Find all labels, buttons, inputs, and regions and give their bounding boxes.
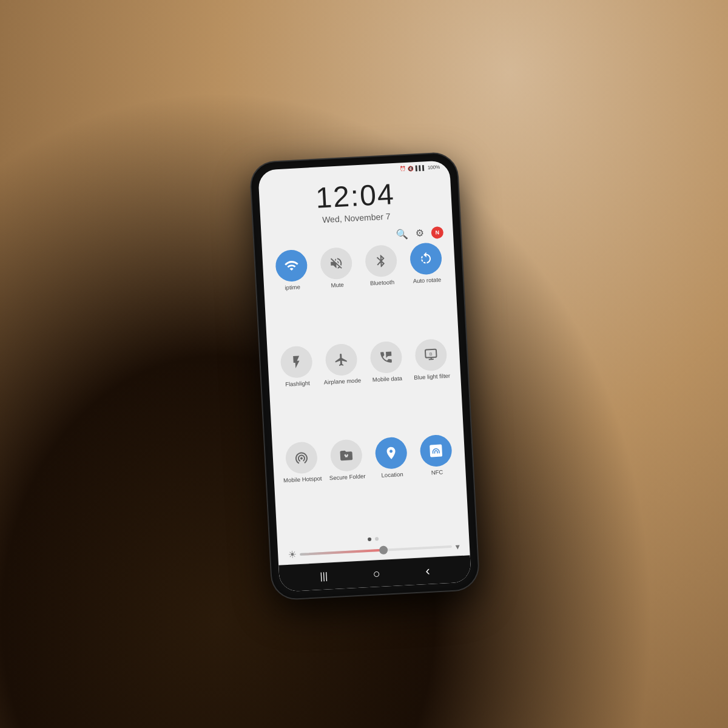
svg-text:B: B bbox=[430, 352, 433, 356]
tile-bluetooth[interactable]: Bluetooth bbox=[360, 244, 405, 338]
back-icon[interactable]: ‹ bbox=[425, 563, 431, 579]
tile-hotspot[interactable]: Mobile Hotspot bbox=[281, 441, 326, 534]
tile-airplane[interactable]: Airplane mode bbox=[320, 343, 365, 436]
hotspot-icon-circle bbox=[285, 442, 318, 475]
autorotate-label: Auto rotate bbox=[413, 276, 441, 285]
nfc-icon bbox=[428, 443, 443, 459]
tile-location[interactable]: Location bbox=[370, 436, 415, 530]
bluetooth-label: Bluetooth bbox=[370, 278, 395, 286]
phone-screen: ⏰ 🔇 ▌▌▌ 100% 12:04 Wed, November 7 🔍 ⚙ bbox=[258, 160, 471, 592]
wifi-icon bbox=[284, 258, 299, 273]
mobiledata-icon-circle bbox=[369, 340, 403, 374]
bluelight-icon-circle: B bbox=[414, 339, 448, 372]
settings-icon[interactable]: ⚙ bbox=[415, 228, 424, 240]
brightness-track[interactable] bbox=[300, 545, 452, 555]
tile-flashlight[interactable]: Flashlight bbox=[275, 345, 320, 439]
location-label: Location bbox=[381, 471, 403, 479]
nfc-icon-circle bbox=[419, 434, 453, 468]
alarm-icon: ⏰ bbox=[400, 166, 406, 172]
notification-badge: N bbox=[431, 226, 443, 239]
location-icon bbox=[383, 446, 399, 461]
nfc-label: NFC bbox=[431, 469, 443, 476]
tile-mute[interactable]: Mute bbox=[315, 246, 360, 340]
bluetooth-icon bbox=[374, 254, 389, 269]
securefolder-icon-circle bbox=[330, 439, 363, 473]
mute-icon bbox=[329, 256, 344, 271]
signal-icon: ▌▌▌ bbox=[416, 165, 426, 171]
autorotate-icon-circle bbox=[410, 242, 443, 275]
notification-button[interactable]: N bbox=[431, 226, 443, 239]
battery-text: 100% bbox=[428, 164, 440, 170]
mobiledata-icon bbox=[379, 349, 394, 365]
flashlight-label: Flashlight bbox=[285, 379, 310, 388]
tile-autorotate[interactable]: Auto rotate bbox=[405, 242, 450, 335]
flashlight-icon bbox=[289, 354, 304, 369]
location-icon-circle bbox=[374, 437, 408, 470]
page-dot-2 bbox=[375, 537, 379, 541]
brightness-icon: ☀ bbox=[288, 548, 297, 561]
mute-icon-circle bbox=[320, 247, 353, 280]
autorotate-icon bbox=[418, 251, 433, 266]
hotspot-label: Mobile Hotspot bbox=[283, 475, 322, 484]
page-dot-1 bbox=[368, 538, 371, 541]
wifi-icon-circle bbox=[275, 249, 308, 283]
bluelight-label: Blue light filter bbox=[414, 372, 450, 380]
clock-area: 12:04 Wed, November 7 bbox=[258, 170, 453, 232]
securefolder-label: Secure Folder bbox=[329, 473, 366, 481]
tile-bluelightfilter[interactable]: B Blue light filter bbox=[410, 338, 455, 431]
tile-mobiledata[interactable]: Mobile data bbox=[365, 340, 410, 434]
recent-apps-icon[interactable]: ||| bbox=[320, 571, 328, 582]
mute-status-icon: 🔇 bbox=[408, 166, 414, 172]
wifi-label: iptime bbox=[285, 283, 300, 291]
airplane-label: Airplane mode bbox=[324, 377, 362, 386]
tile-wifi[interactable]: iptime bbox=[271, 249, 315, 342]
tile-nfc[interactable]: NFC bbox=[415, 434, 460, 528]
brightness-fill bbox=[300, 548, 383, 555]
home-icon[interactable]: ○ bbox=[372, 567, 380, 581]
securefolder-icon bbox=[339, 448, 354, 463]
expand-icon[interactable]: ▾ bbox=[455, 541, 460, 551]
hotspot-icon bbox=[294, 450, 309, 465]
mute-label: Mute bbox=[331, 281, 344, 289]
phone-wrapper: ⏰ 🔇 ▌▌▌ 100% 12:04 Wed, November 7 🔍 ⚙ bbox=[250, 153, 479, 600]
bluetooth-icon-circle bbox=[365, 244, 398, 278]
qs-grid: iptime Mute bbox=[262, 241, 468, 540]
airplane-icon bbox=[334, 352, 349, 367]
tile-securefolder[interactable]: Secure Folder bbox=[326, 439, 371, 532]
phone-device: ⏰ 🔇 ▌▌▌ 100% 12:04 Wed, November 7 🔍 ⚙ bbox=[250, 153, 479, 600]
brightness-thumb bbox=[379, 545, 388, 554]
bluelight-icon: B bbox=[423, 347, 439, 362]
mobiledata-label: Mobile data bbox=[372, 374, 403, 383]
airplane-icon-circle bbox=[325, 343, 358, 376]
search-icon[interactable]: 🔍 bbox=[396, 228, 408, 240]
flashlight-icon-circle bbox=[280, 345, 313, 379]
